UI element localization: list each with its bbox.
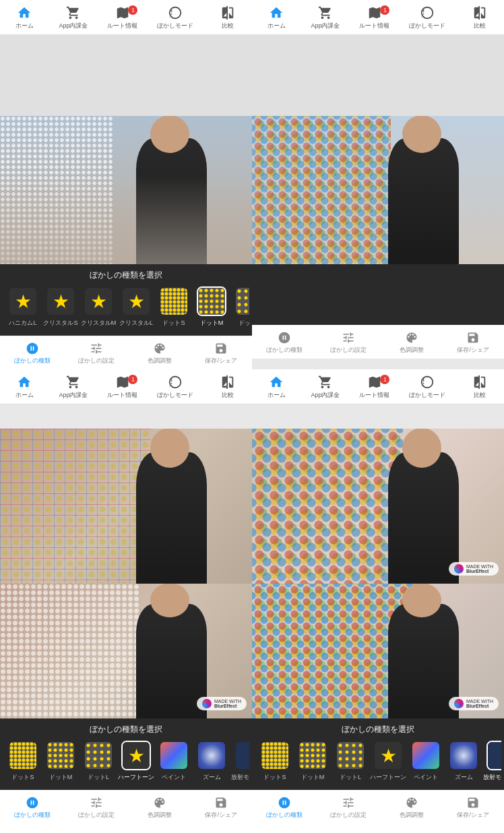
bottom-tabs-right-top: ぼかしの種類 ぼかしの設定 色調調整 保存/シェア [252,325,504,359]
blur-type-dot-s-bl[interactable]: ドットS [5,741,40,782]
blur-type-crystal-l[interactable]: ★ クリスタルL [119,286,154,328]
blur-types-scroll-bot-left[interactable]: ドットS ドットM ドットL ★ [3,741,249,784]
person-mid-left [136,452,207,584]
blur-type-dot-l[interactable]: ドットL [232,286,249,328]
blur-icon-paint-br [411,741,441,770]
blur-type-icon-dot-m [197,286,226,316]
person-body-bot-left [136,604,207,718]
blur-type-paint-bl[interactable]: ペイント [156,741,191,782]
nav-compare-lm[interactable]: 比較 [213,375,243,400]
person-right [388,138,459,264]
blur-selector-left-top: ぼかしの種類を選択 ★ ハニカムL ★ クリスタルS [0,264,252,336]
tab-color-adjust-right[interactable]: 色調調整 [395,331,429,354]
nav-home-right[interactable]: ホーム [261,5,291,30]
nav-compare[interactable]: 比較 [213,5,243,30]
mosaic-photo-left-bot: MADE WITHBlurEffect [0,584,252,718]
blur-type-dot-l-br[interactable]: ドットL [333,741,368,782]
blur-type-dot-s-br[interactable]: ドットS [257,741,292,782]
tab-blur-type[interactable]: ぼかしの種類 [14,342,51,365]
blur-icon-dot-m-bl [46,741,75,770]
person-body-bot-right [388,604,459,718]
blur-types-scroll[interactable]: ★ ハニカムL ★ クリスタルS ★ クリスタルM [3,286,249,330]
tab-blur-type-bl[interactable]: ぼかしの種類 [14,796,51,820]
person-head-bot-left [150,584,189,617]
tab-color-adjust[interactable]: 色調調整 [143,342,177,365]
blur-selector-bot-right: ぼかしの種類を選択 ドットS ドットM [252,718,504,790]
blur-type-icon-dot-s [159,286,189,316]
nav-route-wrap: ルート情報 1 [107,5,137,30]
blur-type-honeycomb[interactable]: ★ ハニカムL [5,286,40,328]
right-phone-middle: ホーム App内課金 ルート情報 1 ぼかしモード 比較 [252,369,504,584]
blur-type-scatter-bl[interactable]: 放射モザイク [232,741,249,782]
person-head [150,116,189,153]
blur-type-paint-br[interactable]: ペイント [408,741,443,782]
tab-color-br[interactable]: 色調調整 [395,796,429,820]
blur-type-zoom-bl[interactable]: ズーム [194,741,229,782]
photo-scene-left-top [0,116,252,264]
gray-space-top-left [0,35,252,116]
person-body-right [388,138,459,264]
blur-type-crystal-s[interactable]: ★ クリスタルS [43,286,78,328]
tab-blur-settings[interactable]: ぼかしの設定 [78,342,115,365]
tab-save-br[interactable]: 保存/シェア [456,796,490,820]
person-bot-right [388,604,459,718]
blur-type-dot-m-bl[interactable]: ドットM [43,741,78,782]
mosaic-overlay-left [0,429,151,584]
blur-icon-halftone-br: ★ [373,741,403,770]
nav-cart-lm[interactable]: App内課金 [59,375,88,400]
nav-cart-right[interactable]: App内課金 [311,5,340,30]
tab-save-share-right[interactable]: 保存/シェア [456,331,490,354]
blur-type-crystal-m[interactable]: ★ クリスタルM [81,286,116,328]
tab-blur-type-br[interactable]: ぼかしの種類 [266,796,303,820]
nav-cart[interactable]: App内課金 [59,5,88,30]
made-with-text-bot-right: MADE WITHBlurEffect [466,699,493,708]
blur-type-scatter-br[interactable]: 放射モザイク [484,741,501,782]
nav-blur-mode[interactable]: ぼかしモード [157,5,193,30]
tab-color-bl[interactable]: 色調調整 [143,796,177,820]
left-phone-middle: ホーム App内課金 ルート情報 1 ぼかしモード 比較 [0,369,252,584]
nav-home[interactable]: ホーム [9,5,39,30]
nav-compare-rm[interactable]: 比較 [465,375,495,400]
blur-logo-bot-left [202,699,212,708]
photo-scene-right-top [252,116,504,264]
mosaic-photo-right-mid: MADE WITHBlurEffect [252,429,504,584]
blur-type-dot-m[interactable]: ドットM [194,286,229,328]
made-with-text-bot-left: MADE WITHBlurEffect [214,699,241,708]
nav-bar-right-mid: ホーム App内課金 ルート情報 1 ぼかしモード 比較 [252,369,504,404]
blur-type-dot-m-br[interactable]: ドットM [295,741,330,782]
blur-type-dot-s[interactable]: ドットS [156,286,191,328]
blur-type-icon-honeycomb: ★ [8,286,38,316]
right-phone-top: ホーム App内課金 ルート情報 1 ぼかしモード 比較 [252,0,504,369]
nav-cart-rm[interactable]: App内課金 [311,375,340,400]
blur-type-halftone-bl[interactable]: ★ ハーフトーン [119,741,154,782]
nav-home-rm[interactable]: ホーム [261,375,291,400]
nav-compare-right[interactable]: 比較 [465,5,495,30]
tab-save-share[interactable]: 保存/シェア [204,342,238,365]
blur-type-halftone-br[interactable]: ★ ハーフトーン [371,741,406,782]
tab-blur-type-right[interactable]: ぼかしの種類 [266,331,303,354]
bottom-tabs-bot-left: ぼかしの種類 ぼかしの設定 色調調整 保存/シェア [0,790,252,824]
mosaic-photo-left-mid [0,429,252,584]
person-head-mid-left [150,429,189,468]
tab-blur-settings-bl[interactable]: ぼかしの設定 [78,796,115,820]
nav-home-lm[interactable]: ホーム [9,375,39,400]
gray-space-top-right [252,35,504,116]
nav-bar-left-top: ホーム App内課金 ルート情報 1 ぼかしモード 比較 [0,0,252,35]
blur-selector-bot-left: ぼかしの種類を選択 ドットS ドットM [0,718,252,790]
blur-type-dot-l-bl[interactable]: ドットL [81,741,116,782]
blur-type-zoom-br[interactable]: ズーム [446,741,481,782]
left-phone-top: ホーム App内課金 ルート情報 1 ぼかしモード 比較 [0,0,252,369]
blur-logo-bot-right [454,699,464,708]
tab-blur-settings-br[interactable]: ぼかしの設定 [330,796,367,820]
blur-type-icon-crystal-l: ★ [121,286,151,316]
blur-icon-zoom-bl [197,741,226,770]
tab-blur-settings-right[interactable]: ぼかしの設定 [330,331,367,354]
blur-types-scroll-bot-right[interactable]: ドットS ドットM ドットL ★ [255,741,501,784]
nav-blur-rm[interactable]: ぼかしモード [409,375,445,400]
nav-blur-lm[interactable]: ぼかしモード [157,375,193,400]
bottom-row: MADE WITHBlurEffect ぼかしの種類を選択 ドットS ドットM [0,584,504,824]
tab-save-bl[interactable]: 保存/シェア [204,796,238,820]
nav-blur-mode-right[interactable]: ぼかしモード [409,5,445,30]
remove-badge-strip-right: MADE WITHBlurEffect を解除 [252,404,504,429]
nav-route-wrap-rm: ルート情報 1 [359,375,389,400]
